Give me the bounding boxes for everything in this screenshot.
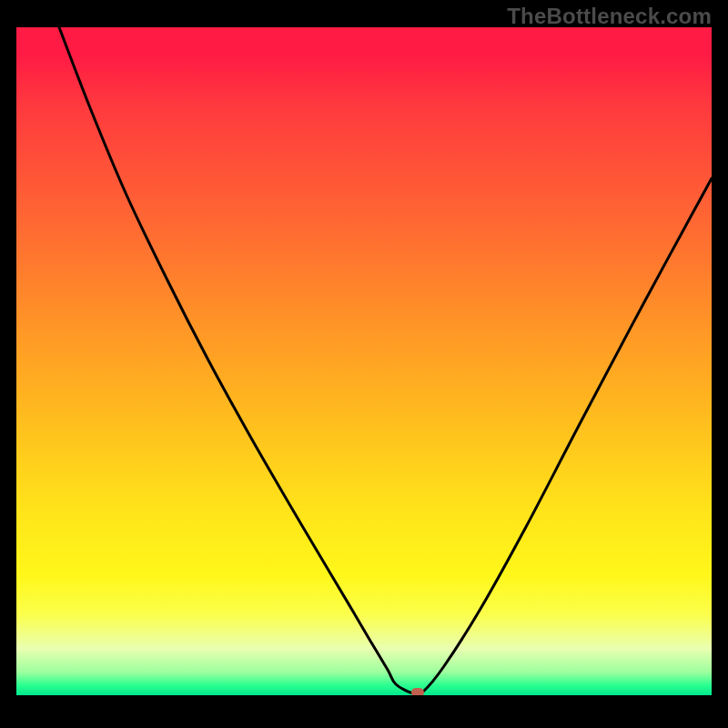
watermark-text: TheBottleneck.com <box>507 4 712 29</box>
plot-area <box>16 27 712 695</box>
chart-frame: TheBottleneck.com <box>0 0 728 728</box>
curve-layer <box>16 27 712 695</box>
bottleneck-curve <box>59 27 712 694</box>
optimum-marker <box>411 688 424 695</box>
